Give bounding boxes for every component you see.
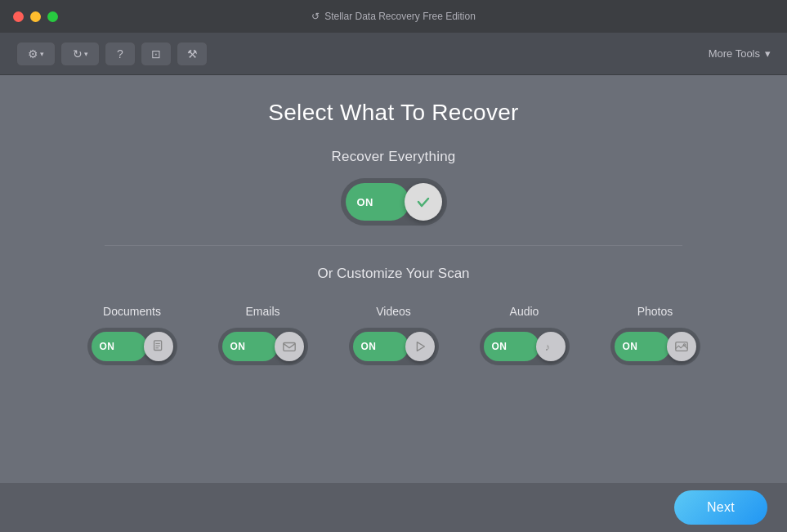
emails-toggle[interactable]: ON	[218, 328, 308, 365]
videos-label: Videos	[376, 305, 411, 318]
bottom-bar: Next	[0, 483, 787, 532]
videos-toggle-on: ON	[353, 332, 409, 361]
categories-row: Documents ON	[87, 305, 700, 365]
toggle-on-label: ON	[346, 183, 409, 221]
svg-point-8	[683, 344, 686, 346]
customize-section: Or Customize Your Scan Documents ON	[33, 266, 754, 365]
gear-icon: ⚙	[28, 47, 38, 60]
toolbar: ⚙ ▾ ↻ ▾ ? ⊡ ⚒ More Tools ▾	[0, 33, 787, 75]
wrench-icon: ⚒	[187, 47, 198, 60]
recover-everything-label: Recover Everything	[332, 149, 456, 165]
maximize-button[interactable]	[47, 11, 58, 22]
audio-knob: ♪	[536, 332, 566, 361]
photos-knob	[667, 332, 696, 361]
audio-toggle-on: ON	[484, 332, 539, 361]
emails-toggle-on: ON	[222, 332, 278, 361]
main-content: Select What To Recover Recover Everythin…	[0, 75, 787, 483]
help-button[interactable]: ?	[105, 42, 136, 66]
photos-toggle[interactable]: ON	[610, 328, 700, 365]
settings-button[interactable]: ⚙ ▾	[16, 42, 56, 66]
photos-label: Photos	[637, 305, 673, 318]
documents-toggle-on: ON	[92, 332, 147, 361]
window-title: ↺ Stellar Data Recovery Free Edition	[311, 11, 476, 22]
app-title-text: Stellar Data Recovery Free Edition	[324, 11, 476, 22]
category-audio: Audio ON ♪	[480, 305, 570, 365]
documents-knob	[144, 332, 173, 361]
videos-knob	[405, 332, 435, 361]
more-tools-arrow: ▾	[765, 47, 771, 60]
toolbar-left: ⚙ ▾ ↻ ▾ ? ⊡ ⚒	[16, 42, 208, 66]
toggle-knob	[405, 183, 442, 221]
close-button[interactable]	[13, 11, 24, 22]
app-icon: ↺	[311, 11, 320, 22]
category-photos: Photos ON	[610, 305, 700, 365]
page-title: Select What To Recover	[268, 100, 518, 126]
traffic-lights	[13, 11, 58, 22]
refresh-dropdown-arrow: ▾	[84, 50, 88, 58]
svg-rect-4	[283, 343, 294, 351]
title-bar: ↺ Stellar Data Recovery Free Edition	[0, 0, 787, 33]
documents-toggle[interactable]: ON	[87, 328, 177, 365]
videos-toggle[interactable]: ON	[349, 328, 439, 365]
emails-label: Emails	[245, 305, 279, 318]
cart-icon: ⊡	[151, 47, 161, 60]
category-emails: Emails ON	[218, 305, 308, 365]
emails-knob	[275, 332, 304, 361]
category-documents: Documents ON	[87, 305, 177, 365]
recover-everything-toggle[interactable]: ON	[341, 178, 447, 226]
help-icon: ?	[117, 47, 123, 60]
more-tools-label: More Tools	[709, 47, 760, 60]
cart-button[interactable]: ⊡	[141, 42, 172, 66]
documents-label: Documents	[103, 305, 161, 318]
section-divider	[105, 245, 682, 246]
svg-text:♪: ♪	[544, 342, 549, 353]
refresh-button[interactable]: ↻ ▾	[60, 42, 100, 66]
category-videos: Videos ON	[349, 305, 439, 365]
audio-label: Audio	[510, 305, 539, 318]
next-button[interactable]: Next	[674, 490, 767, 525]
photos-toggle-on: ON	[615, 332, 670, 361]
settings-dropdown-arrow: ▾	[40, 50, 44, 58]
wrench-button[interactable]: ⚒	[177, 42, 208, 66]
audio-toggle[interactable]: ON ♪	[480, 328, 570, 365]
refresh-icon: ↻	[73, 47, 83, 60]
customize-label: Or Customize Your Scan	[317, 266, 469, 282]
svg-marker-5	[417, 342, 424, 351]
more-tools-button[interactable]: More Tools ▾	[709, 47, 771, 60]
minimize-button[interactable]	[30, 11, 41, 22]
